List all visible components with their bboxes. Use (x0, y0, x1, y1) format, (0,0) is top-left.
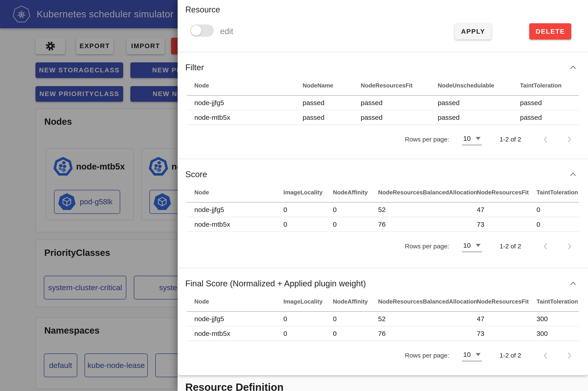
table-cell: 0 (536, 221, 579, 228)
table-cell: 76 (378, 221, 477, 228)
table-cell: node-jjfg5 (194, 315, 283, 323)
column-header: TaintToleration (536, 298, 579, 305)
table-cell: node-mtb5x (194, 114, 303, 121)
table-cell: passed (520, 99, 579, 107)
collapse-button[interactable] (568, 170, 578, 180)
chevron-up-icon (569, 170, 577, 179)
table-cell: passed (438, 114, 520, 121)
final-score-pagination: Rows per page: 10 1-2 of 2 (178, 347, 588, 364)
column-header: NodeName (303, 82, 361, 89)
score-pagination: Rows per page: 10 1-2 of 2 (178, 238, 588, 255)
column-header: NodeResourcesBalancedAllocation (378, 298, 477, 305)
previous-page-button[interactable] (541, 351, 551, 361)
collapse-button[interactable] (568, 63, 578, 73)
column-header: NodeUnschedulable (438, 82, 520, 89)
table-cell: passed (361, 99, 438, 107)
filter-section-title: Filter (185, 63, 204, 72)
edit-toggle-label: edit (220, 27, 233, 36)
column-header: TaintToleration (536, 189, 579, 196)
rows-per-page-select[interactable]: 10 (462, 134, 482, 145)
table-cell: 47 (477, 315, 536, 323)
chevron-left-icon (541, 351, 550, 360)
delete-button[interactable]: DELETE (529, 23, 571, 40)
column-header: ImageLocality (283, 189, 333, 196)
scheduling-results-card: Resource edit APPLY DELETE Filter NodeN (178, 0, 588, 375)
rows-per-page-select[interactable]: 10 (462, 350, 482, 361)
chevron-up-icon (569, 63, 577, 72)
column-header: TaintToleration (520, 82, 579, 89)
resource-definition-title: Resource Definition (185, 381, 284, 391)
table-row: node-mtb5xpassedpassedpassedpassed (187, 110, 579, 125)
filter-table: NodeNodeNameNodeResourcesFitNodeUnschedu… (187, 76, 579, 125)
table-cell: 0 (536, 206, 579, 214)
table-cell: 0 (283, 206, 333, 214)
table-cell: node-mtb5x (194, 330, 283, 337)
table-header-row: NodeImageLocalityNodeAffinityNodeResourc… (187, 183, 579, 202)
resource-definition-section: Resource Definition (178, 375, 588, 391)
column-header: NodeAffinity (333, 189, 378, 196)
rows-per-page-label: Rows per page: (405, 136, 449, 143)
table-cell: 0 (333, 330, 378, 337)
table-cell: passed (303, 114, 361, 121)
rows-per-page-value: 10 (463, 242, 471, 249)
table-cell: passed (520, 114, 579, 121)
table-cell: 52 (378, 315, 477, 323)
previous-page-button[interactable] (541, 134, 551, 144)
previous-page-button[interactable] (541, 241, 551, 251)
chevron-right-icon (565, 242, 574, 251)
table-cell: node-jjfg5 (194, 99, 303, 107)
drawer-title: Resource (185, 5, 220, 14)
table-cell: passed (303, 99, 361, 107)
next-page-button[interactable] (565, 134, 575, 144)
table-cell: 52 (378, 206, 477, 214)
column-header: NodeResourcesBalancedAllocation (378, 189, 477, 196)
collapse-button[interactable] (568, 279, 578, 289)
apply-button[interactable]: APPLY (455, 23, 492, 40)
table-header-row: NodeImageLocalityNodeAffinityNodeResourc… (187, 292, 579, 312)
table-cell: node-mtb5x (194, 221, 283, 228)
table-cell: 300 (536, 330, 579, 337)
rows-per-page-select[interactable]: 10 (462, 241, 482, 252)
filter-section: Filter NodeNodeNameNodeResourcesFitNodeU… (178, 52, 588, 159)
table-cell: 0 (333, 221, 378, 228)
table-cell: 47 (477, 206, 536, 214)
pagination-range: 1-2 of 2 (500, 243, 521, 250)
resource-drawer: Resource edit APPLY DELETE Filter NodeN (178, 0, 588, 391)
table-cell: 73 (477, 330, 536, 337)
score-table: NodeImageLocalityNodeAffinityNodeResourc… (187, 183, 579, 232)
caret-down-icon (476, 244, 481, 247)
rows-per-page-label: Rows per page: (405, 243, 449, 250)
column-header: Node (194, 189, 283, 196)
table-header-row: NodeNodeNameNodeResourcesFitNodeUnschedu… (187, 76, 579, 96)
table-cell: 76 (378, 330, 477, 337)
score-section-title: Score (185, 170, 207, 179)
column-header: Node (194, 298, 283, 305)
table-row: node-jjfg50052470 (187, 202, 579, 217)
next-page-button[interactable] (565, 241, 575, 251)
edit-toggle[interactable] (190, 24, 214, 37)
table-cell: 0 (333, 315, 378, 323)
final-score-section: Final Score (Normalized + Applied plugin… (178, 268, 588, 375)
column-header: NodeAffinity (333, 298, 378, 305)
column-header: NodeResourcesFit (361, 82, 438, 89)
table-cell: 0 (333, 206, 378, 214)
table-row: node-mtb5x007673300 (187, 326, 579, 341)
caret-down-icon (476, 137, 481, 140)
screen: Kubernetes scheduler simulator EXPORT IM… (0, 0, 588, 391)
table-row: node-jjfg5passedpassedpassedpassed (187, 96, 579, 110)
column-header: ImageLocality (283, 298, 333, 305)
table-cell: 0 (283, 330, 333, 337)
pagination-range: 1-2 of 2 (500, 352, 521, 359)
table-row: node-mtb5x0076730 (187, 217, 579, 232)
table-cell: 0 (283, 221, 333, 228)
pagination-range: 1-2 of 2 (500, 136, 521, 143)
column-header: NodeResourcesFit (477, 298, 536, 305)
rows-per-page-value: 10 (463, 135, 471, 142)
next-page-button[interactable] (565, 351, 575, 361)
chevron-left-icon (541, 242, 550, 251)
final-score-table: NodeImageLocalityNodeAffinityNodeResourc… (187, 292, 579, 341)
chevron-left-icon (541, 135, 550, 144)
rows-per-page-value: 10 (463, 351, 471, 358)
rows-per-page-label: Rows per page: (405, 352, 449, 359)
edit-toggle-thumb (191, 25, 201, 36)
